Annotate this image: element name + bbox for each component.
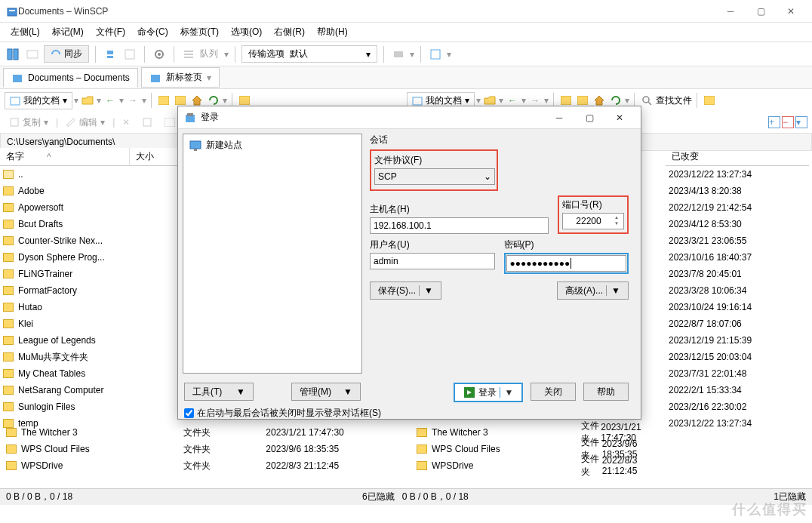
- close-button[interactable]: ✕: [776, 0, 806, 23]
- gear-icon[interactable]: [151, 46, 168, 63]
- find-icon[interactable]: [639, 93, 654, 108]
- find-label[interactable]: 查找文件: [656, 94, 692, 107]
- tab-new[interactable]: 新标签页 ▾: [141, 67, 220, 88]
- menu-left[interactable]: 左侧(L): [6, 24, 45, 40]
- queue-icon[interactable]: [180, 46, 197, 63]
- properties-icon[interactable]: [137, 115, 157, 129]
- host-input[interactable]: [370, 217, 549, 234]
- col-size[interactable]: 大小: [130, 148, 179, 165]
- file-row[interactable]: ..: [0, 166, 179, 183]
- right-pane-dates: 已改变 2023/12/22 13:27:342023/4/13 8:20:38…: [666, 148, 809, 432]
- plus-icon[interactable]: +: [768, 116, 780, 128]
- menu-right[interactable]: 右侧(R): [269, 24, 309, 40]
- menu-options[interactable]: 选项(O): [226, 24, 266, 40]
- layout-icon[interactable]: [5, 46, 21, 63]
- folder-icon[interactable]: [156, 93, 171, 108]
- folder-icon: [3, 386, 14, 395]
- svg-point-22: [643, 97, 649, 103]
- file-row[interactable]: WPS Cloud Files文件夹2023/9/6 18:35:35: [0, 441, 408, 457]
- dropdown-icon[interactable]: ▾: [795, 116, 807, 128]
- file-row[interactable]: Bcut Drafts: [0, 216, 179, 232]
- file-name: MuMu共享文件夹: [18, 351, 150, 364]
- menu-tabs[interactable]: 标签页(T): [176, 24, 223, 40]
- file-name: WPSDrive: [432, 460, 583, 471]
- dialog-title: 登录: [201, 111, 219, 124]
- menu-command[interactable]: 命令(C): [133, 24, 173, 40]
- folder-icon: [3, 286, 14, 295]
- session-icon[interactable]: [390, 46, 407, 63]
- manage-button[interactable]: 管理(M)▼: [291, 383, 361, 401]
- copy-button[interactable]: 复制 ▾: [5, 115, 53, 131]
- transfer-options-dropdown[interactable]: 传输选项 默认 ▾: [241, 45, 377, 63]
- site-list[interactable]: 新建站点: [183, 134, 362, 374]
- bookmark-icon-r[interactable]: [702, 93, 717, 108]
- show-login-label: 在启动与最后会话被关闭时显示登录对话框(S): [197, 407, 381, 420]
- file-row[interactable]: My Cheat Tables: [0, 365, 179, 382]
- file-row[interactable]: WPSDrive文件夹2022/8/3 21:12:45: [0, 457, 408, 474]
- left-drive-dropdown[interactable]: 我的文档 ▾: [5, 92, 72, 109]
- file-row[interactable]: The Witcher 3文件夹2023/1/21 17:47:30: [0, 424, 408, 441]
- file-row[interactable]: Sunlogin Files: [0, 398, 179, 415]
- user-input[interactable]: [370, 253, 495, 269]
- svg-rect-3: [14, 49, 18, 60]
- file-row[interactable]: NetSarang Computer: [0, 382, 179, 398]
- dialog-close-button[interactable]: ✕: [604, 106, 635, 129]
- file-type: 文件夹: [581, 453, 602, 478]
- tab-bar: Documents – Documents 新标签页 ▾: [0, 66, 812, 89]
- close-dialog-button[interactable]: 关闭: [531, 383, 576, 401]
- show-login-checkbox[interactable]: [184, 408, 194, 418]
- edit-button[interactable]: 编辑 ▾: [61, 115, 109, 131]
- file-row[interactable]: Hutao: [0, 299, 179, 315]
- tools-button[interactable]: 工具(T)▼: [184, 383, 254, 401]
- login-button[interactable]: 登录 ▼: [454, 383, 523, 402]
- tab-documents[interactable]: Documents – Documents: [3, 68, 138, 88]
- svg-rect-11: [394, 51, 403, 57]
- file-row[interactable]: Dyson Sphere Prog...: [0, 249, 179, 266]
- advanced-button[interactable]: 高级(A)...▼: [557, 281, 629, 300]
- new-site-item[interactable]: 新建站点: [186, 137, 358, 153]
- file-name: Dyson Sphere Prog...: [18, 252, 150, 263]
- transfer-icon[interactable]: [102, 46, 118, 63]
- menu-help[interactable]: 帮助(H): [312, 24, 352, 40]
- file-row[interactable]: Adobe: [0, 183, 179, 199]
- protocol-select[interactable]: SCP⌄: [374, 168, 495, 185]
- port-input[interactable]: 22200 ▲▼: [562, 213, 624, 229]
- file-date: 2023/7/8 20:45:01: [666, 266, 809, 282]
- transfer-icon-2[interactable]: [121, 46, 138, 63]
- file-row[interactable]: Counter-Strike Nex...: [0, 232, 179, 249]
- file-row[interactable]: Apowersoft: [0, 199, 179, 216]
- pass-input[interactable]: ●●●●●●●●●●●: [506, 255, 627, 272]
- file-row[interactable]: FormatFactory: [0, 282, 179, 299]
- col-changed[interactable]: 已改变: [666, 148, 809, 166]
- help-button[interactable]: 帮助: [583, 383, 629, 401]
- forward-icon[interactable]: →: [125, 93, 140, 108]
- queue-label: 队列: [200, 48, 218, 60]
- file-date: 2023/4/13 8:20:38: [666, 183, 809, 199]
- delete-icon[interactable]: ✕: [118, 115, 134, 129]
- status-left: 0 B / 0 B，0 / 18: [6, 491, 72, 503]
- back-icon[interactable]: ←: [103, 93, 118, 108]
- file-row[interactable]: FLiNGTrainer: [0, 266, 179, 282]
- file-row[interactable]: MuMu共享文件夹: [0, 349, 179, 365]
- file-row[interactable]: League of Legends: [0, 332, 179, 349]
- minus-icon[interactable]: −: [782, 116, 794, 128]
- col-name[interactable]: 名字 ^: [0, 148, 130, 165]
- folder-icon: [417, 445, 427, 454]
- file-row[interactable]: Klei: [0, 315, 179, 332]
- menu-mark[interactable]: 标记(M): [48, 24, 88, 40]
- sync-compare-icon[interactable]: [24, 46, 41, 63]
- maximize-button[interactable]: ▢: [746, 0, 776, 23]
- file-date: 2022/8/3 21:12:45: [266, 460, 401, 471]
- sync-button[interactable]: 同步: [44, 45, 89, 63]
- file-date: 2023/12/15 20:03:04: [666, 349, 809, 365]
- folder-open-icon[interactable]: [80, 93, 95, 108]
- svg-rect-19: [413, 97, 422, 105]
- minimize-button[interactable]: ─: [715, 0, 746, 23]
- svg-rect-21: [577, 96, 588, 105]
- menu-file[interactable]: 文件(F): [91, 24, 130, 40]
- file-date: 2023/1/21 17:47:30: [266, 427, 401, 438]
- save-button[interactable]: 保存(S)...▼: [370, 281, 441, 300]
- dialog-minimize-button[interactable]: ─: [544, 106, 574, 129]
- explorer-icon[interactable]: [427, 46, 444, 63]
- dialog-maximize-button[interactable]: ▢: [574, 106, 604, 129]
